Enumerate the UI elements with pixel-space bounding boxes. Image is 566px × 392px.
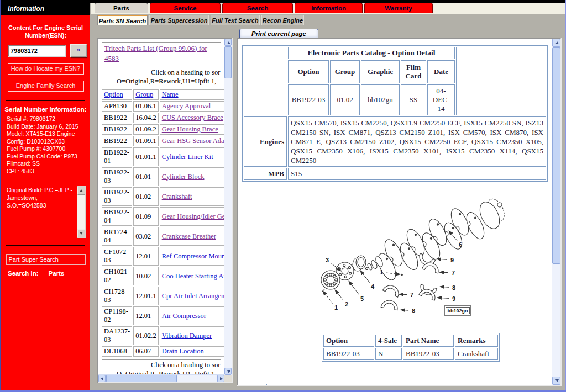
esn-go-button[interactable]: » [70,44,87,57]
parts-row-name: CUS Accessory Brace [160,113,224,123]
sort-note-line1-bottom: Click on a heading to sor [102,361,221,369]
parts-row-name: Ref Compressor Moun [160,247,224,266]
sn-info-line: Filmcard: SS [7,160,90,168]
part-name-link[interactable]: Crankcase Breather [162,232,216,240]
parts-row: CI1728-0312.01.1Cpr Air Inlet Arrangem [102,287,224,305]
sidebar-title: Information [1,3,90,15]
parts-list-horizontal-scrollbar[interactable] [98,374,224,382]
esn-input[interactable] [8,45,66,57]
search-in-row: Search in:Parts [8,270,90,277]
parts-row: DL106806.07Drain Location [102,346,224,357]
parts-row-name: Agency Approval [160,101,224,112]
parts-row-name: Drain Location [160,346,224,357]
callout-number: 8 [452,284,455,291]
part-name-link[interactable]: Cpr Air Inlet Arrangem [162,292,224,300]
parts-row-name: Gear Housing Brace [160,124,224,135]
option-value: BB1922-03 [288,84,329,115]
parts-row: AP813001.06.1Agency Approval [102,101,224,112]
scroll-thumb[interactable] [224,46,232,78]
scroll-up-icon [227,41,230,44]
parts-row-name: Coo Heater Starting Ai [160,267,224,285]
parts-row-name: Air Compressor [160,306,224,325]
original-build-scrollbar[interactable] [77,186,86,238]
part-name-link[interactable]: Crankshaft [162,193,192,200]
tab-service[interactable]: Service [150,3,221,13]
option-detail-content: Electronic Parts Catalog - Option Detail… [238,39,552,385]
subtab-parts-sn-search[interactable]: Parts SN Search [97,15,148,25]
callout-arrow [399,294,407,295]
parts-list-table: Option Group Name AP813001.06.1Agency Ap… [101,88,224,358]
diagram: 3125416978978 bb102gn [240,184,552,322]
parts-row-option: DL1068 [102,346,132,357]
scroll-up-button[interactable] [224,39,232,46]
callout-number: 8 [412,308,415,314]
part-name-link[interactable]: Coo Heater Starting Ai [162,272,224,280]
tab-information[interactable]: Information [295,3,363,13]
col-header-option: Option [288,60,329,83]
engines-row: Engines QSX15 CM570, ISX15 CM2250, QSX11… [244,116,546,167]
tritech-link-box: Tritech Parts List (Group 99.06) for 458… [102,42,221,65]
col-header-film-card: Film Card [401,60,426,83]
mpb-label: MPB [244,168,287,180]
sort-by-name-link[interactable]: Name [162,91,179,98]
parts-row: CP1198-0212.01Air Compressor [102,306,224,325]
part-name-link[interactable]: Gear Housing/Idler Gea [162,213,224,220]
callout-number: 5 [360,295,364,302]
part-name-link[interactable]: Cylinder Liner Kit [162,153,213,161]
parts-row-group: 12.01 [133,306,159,325]
scroll-down-button[interactable] [77,229,85,237]
subtab-parts-supercession[interactable]: Parts Supercession [149,15,209,25]
callout-arrow [439,272,448,273]
option-detail-panel: Electronic Parts Catalog - Option Detail… [237,38,562,386]
serial-info-lines: Serial #: 79803172Build Date: January 6,… [7,115,90,175]
part-name-link[interactable]: Gear HSG Sensor Ada [162,137,224,145]
scroll-down-button[interactable] [552,377,560,385]
part-name-link[interactable]: Air Compressor [162,312,206,320]
tritech-parts-list-link[interactable]: Tritech Parts List (Group 99.06) for 458… [104,44,218,63]
option-detail-title-row: Electronic Parts Catalog - Option Detail [244,47,546,59]
parts-list-vertical-scrollbar[interactable] [224,39,232,375]
part-name-link[interactable]: Gear Housing Brace [162,125,218,133]
parts-row-group: 01.06.1 [133,101,159,112]
parts-row-name: Cpr Air Inlet Arrangem [160,287,224,305]
sort-note-line2: O=Original,R=Rework,U1=Upfit 1, [102,77,221,86]
sort-by-option-link[interactable]: Option [104,91,123,98]
tab-warranty[interactable]: Warranty [364,3,433,13]
parts-row-group: 16.04.2 [133,113,159,123]
part-super-search-input[interactable]: Part Super Search [6,254,86,265]
parts-row: BB192201.09.2Gear Housing Brace [102,124,224,135]
parts-row-name: Crankcase Breather [160,227,224,246]
part-name-link[interactable]: Agency Approval [162,102,211,110]
callout-arrow [437,259,447,259]
sort-by-group-link[interactable]: Group [135,91,153,98]
tab-parts[interactable]: Parts [95,3,148,13]
part-name-link[interactable]: Vibration Damper [162,332,212,340]
parts-row: BB1922-0301.01Cylinder Block [102,167,224,186]
engine-family-search-button[interactable]: Engine Family Search [8,81,84,92]
scroll-up-button[interactable] [552,39,560,47]
scroll-left-button[interactable] [98,375,106,382]
scroll-up-button[interactable] [77,187,85,195]
scroll-thumb[interactable] [106,375,177,382]
scroll-right-button[interactable] [217,375,224,382]
scroll-thumb[interactable] [552,47,560,264]
parts-row-name: Crankshaft [160,187,224,206]
engines-list: QSX15 CM570, ISX15 CM2250, QSX11.9 CM225… [288,116,546,167]
parts-row-group: 01.02 [133,187,159,206]
scroll-down-button[interactable] [224,368,232,375]
parts-row: BB1922-0101.01.1Cylinder Liner Kit [102,147,224,166]
locate-esn-button[interactable]: How do I locate my ESN? [8,63,84,75]
subtab-full-text-search[interactable]: Full Text Search [211,15,260,25]
subtab-recon-engine[interactable]: Recon Engine [261,15,304,25]
col-header-4sale: 4-Sale [375,335,402,347]
tab-search[interactable]: Search [222,3,293,13]
mpb-value: S15 [288,168,546,180]
part-name-link[interactable]: Cylinder Block [162,173,205,181]
date-value: 04-DEC-14 [427,84,455,115]
detail-vertical-scrollbar[interactable] [552,39,560,385]
callout-arrow [440,287,449,287]
part-name-link[interactable]: Drain Location [162,347,204,355]
part-name-link[interactable]: CUS Accessory Brace [162,114,223,121]
option-detail-table: Electronic Parts Catalog - Option Detail… [242,45,548,182]
part-name-link[interactable]: Ref Compressor Moun [162,252,224,260]
